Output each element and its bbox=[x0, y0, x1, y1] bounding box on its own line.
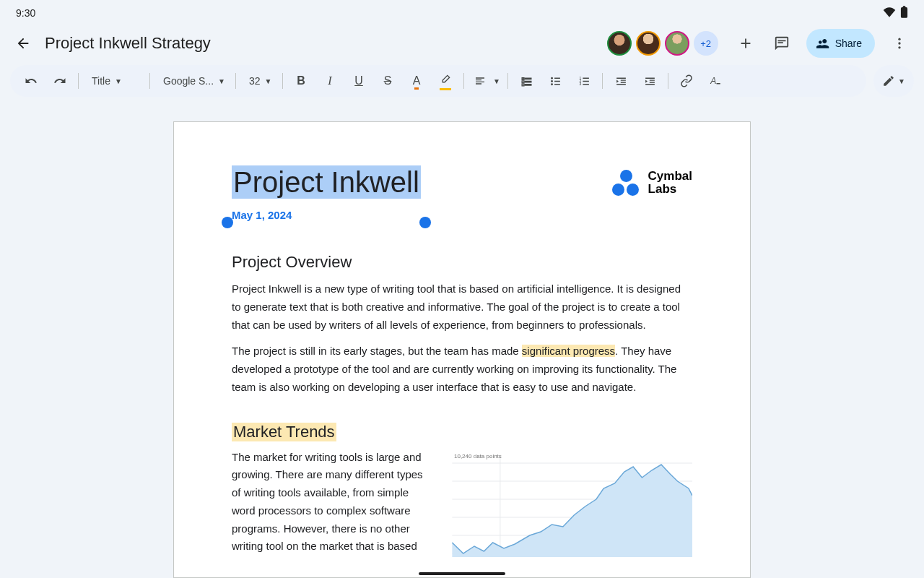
document-heading[interactable]: Project Inkwell bbox=[232, 165, 421, 199]
battery-icon bbox=[900, 6, 908, 20]
insert-link-button[interactable] bbox=[673, 69, 700, 92]
svg-point-2 bbox=[898, 38, 900, 40]
paragraph[interactable]: Project Inkwell is a new type of writing… bbox=[232, 280, 692, 334]
chevron-down-icon: ▼ bbox=[115, 77, 122, 85]
document-date[interactable]: May 1, 2024 bbox=[232, 209, 421, 221]
bulleted-list-button[interactable] bbox=[541, 69, 569, 92]
svg-point-4 bbox=[898, 46, 900, 48]
section-heading[interactable]: Project Overview bbox=[232, 253, 692, 272]
svg-text:3: 3 bbox=[579, 82, 581, 86]
document-title[interactable]: Project Inkwell Strategy bbox=[45, 34, 211, 53]
collaborator-avatars: +2 bbox=[607, 31, 718, 56]
text-color-button[interactable]: A bbox=[403, 69, 430, 92]
document-page[interactable]: Project Inkwell May 1, 2024 Cymbal Labs … bbox=[173, 121, 751, 578]
new-tab-button[interactable] bbox=[731, 29, 760, 58]
back-button[interactable] bbox=[9, 29, 38, 58]
embedded-chart[interactable]: 10,240 data points bbox=[441, 449, 692, 557]
svg-text:A: A bbox=[710, 76, 716, 86]
paragraph-style-dropdown[interactable]: Title ▼ bbox=[83, 69, 145, 92]
selection-handle-end[interactable] bbox=[419, 217, 431, 228]
svg-rect-1 bbox=[903, 6, 906, 8]
svg-rect-0 bbox=[901, 7, 907, 18]
avatar[interactable] bbox=[607, 31, 632, 56]
checklist-button[interactable] bbox=[513, 69, 540, 92]
avatar[interactable] bbox=[665, 31, 689, 56]
font-size-dropdown[interactable]: 32 ▼ bbox=[240, 69, 278, 92]
underline-button[interactable]: U bbox=[345, 69, 372, 92]
wifi-icon bbox=[883, 7, 896, 20]
avatar[interactable] bbox=[636, 31, 661, 56]
font-family-dropdown[interactable]: Google S... ▼ bbox=[154, 69, 231, 92]
share-label: Share bbox=[835, 38, 862, 49]
numbered-list-button[interactable]: 123 bbox=[570, 69, 598, 92]
highlight-color-button[interactable] bbox=[432, 69, 459, 92]
selection-handle-start[interactable] bbox=[222, 217, 233, 228]
navigation-handle[interactable] bbox=[419, 572, 505, 575]
paragraph[interactable]: The project is still in its early stages… bbox=[232, 342, 692, 396]
chevron-down-icon: ▼ bbox=[218, 77, 225, 85]
comments-button[interactable] bbox=[767, 29, 796, 58]
svg-point-5 bbox=[551, 77, 553, 79]
svg-point-7 bbox=[551, 83, 553, 85]
undo-button[interactable] bbox=[17, 69, 45, 92]
editing-mode-button[interactable]: ▼ bbox=[873, 65, 914, 97]
chevron-down-icon: ▼ bbox=[493, 77, 500, 85]
chevron-down-icon: ▼ bbox=[898, 77, 905, 85]
redo-button[interactable] bbox=[46, 69, 74, 92]
align-button[interactable]: ▼ bbox=[468, 69, 503, 92]
section-heading[interactable]: Market Trends bbox=[232, 423, 336, 441]
svg-point-6 bbox=[551, 80, 553, 82]
bold-button[interactable]: B bbox=[287, 69, 315, 92]
strikethrough-button[interactable]: S bbox=[374, 69, 401, 92]
status-time: 9:30 bbox=[16, 7, 35, 19]
titlebar: Project Inkwell Strategy +2 Share bbox=[0, 22, 924, 65]
more-options-button[interactable] bbox=[885, 29, 914, 58]
share-button[interactable]: Share bbox=[806, 29, 875, 58]
increase-indent-button[interactable] bbox=[636, 69, 663, 92]
clear-formatting-button[interactable]: A bbox=[702, 69, 729, 92]
status-bar: 9:30 bbox=[0, 0, 924, 22]
italic-button[interactable]: I bbox=[316, 69, 344, 92]
chevron-down-icon: ▼ bbox=[265, 77, 272, 85]
logo-icon bbox=[612, 170, 641, 196]
decrease-indent-button[interactable] bbox=[607, 69, 635, 92]
paragraph[interactable]: The market for writing tools is large an… bbox=[232, 449, 427, 557]
avatar-overflow[interactable]: +2 bbox=[694, 31, 718, 56]
highlighted-text: significant progress bbox=[522, 345, 615, 357]
page-canvas[interactable]: Project Inkwell May 1, 2024 Cymbal Labs … bbox=[0, 108, 924, 578]
svg-point-3 bbox=[898, 42, 900, 44]
formatting-toolbar: Title ▼ Google S... ▼ 32 ▼ B I U S A bbox=[10, 65, 866, 97]
company-logo: Cymbal Labs bbox=[612, 170, 692, 196]
